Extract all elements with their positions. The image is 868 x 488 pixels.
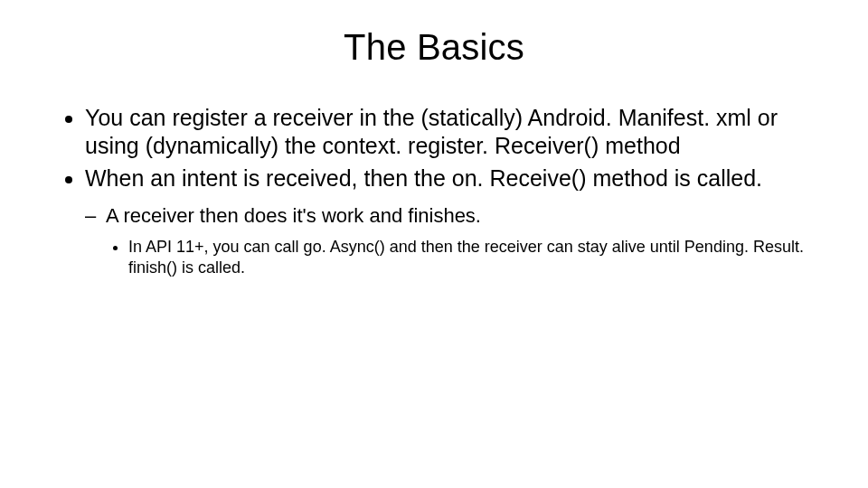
bullet-item: A receiver then does it's work and finis… (101, 203, 805, 279)
bullet-list-level1: You can register a receiver in the (stat… (63, 104, 805, 279)
bullet-list-level2: A receiver then does it's work and finis… (85, 203, 805, 279)
bullet-list-level3: In API 11+, you can call go. Async() and… (101, 237, 805, 279)
bullet-text: When an intent is received, then the on.… (85, 165, 762, 191)
bullet-item: You can register a receiver in the (stat… (85, 104, 805, 159)
slide-title: The Basics (63, 27, 805, 68)
slide: The Basics You can register a receiver i… (0, 0, 868, 488)
bullet-item: In API 11+, you can call go. Async() and… (128, 237, 805, 279)
bullet-text: A receiver then does it's work and finis… (106, 204, 481, 227)
bullet-item: When an intent is received, then the on.… (85, 164, 805, 279)
